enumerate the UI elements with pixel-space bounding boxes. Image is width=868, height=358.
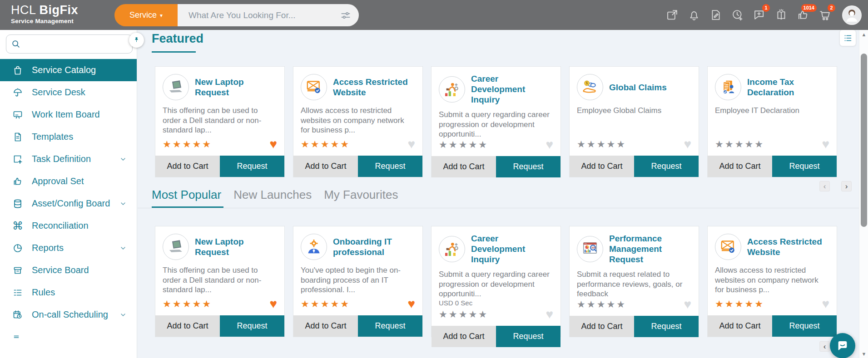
cart-icon[interactable]: 2 <box>818 9 831 21</box>
card-title[interactable]: Global Claims <box>609 82 667 93</box>
svg-text:$: $ <box>586 81 588 86</box>
card-title[interactable]: Access Restricted Website <box>747 236 829 257</box>
user-avatar[interactable] <box>842 5 862 25</box>
card-title[interactable]: Access Restricted Website <box>333 77 415 98</box>
sidebar-pin-button[interactable] <box>129 33 144 48</box>
star-rating[interactable]: ★★★★★ <box>163 139 212 150</box>
top-icon-group: 1 1014 2 <box>666 0 862 30</box>
scrollbar-down-arrow[interactable]: ▼ <box>859 351 868 357</box>
add-to-cart-button[interactable]: Add to Cart <box>155 315 220 337</box>
card-title[interactable]: Career Development Inquiry <box>471 233 553 265</box>
external-link-icon[interactable] <box>666 9 679 21</box>
card-performance-management-request: KPI Performance Management Request Submi… <box>569 226 699 337</box>
favorite-heart-icon[interactable]: ♥ <box>546 309 553 319</box>
star-rating[interactable]: ★★★★★ <box>301 139 350 150</box>
favorite-heart-icon[interactable]: ♥ <box>407 139 415 149</box>
request-button[interactable]: Request <box>772 315 837 337</box>
sidebar-item-service-desk[interactable]: Service Desk <box>0 81 137 103</box>
sidebar-search-input[interactable] <box>21 40 132 48</box>
star-rating[interactable]: ★★★★★ <box>163 299 212 309</box>
add-to-cart-button[interactable]: Add to Cart <box>155 156 220 177</box>
sidebar-item-rules[interactable]: Rules <box>0 281 137 304</box>
tab-new-launches[interactable]: New Launches <box>233 188 312 202</box>
sidebar-item-reconciliation[interactable]: ⌘ Reconciliation <box>0 215 137 237</box>
document-edit-icon[interactable] <box>709 9 722 21</box>
request-button[interactable]: Request <box>358 156 422 177</box>
chat-add-icon[interactable]: 1 <box>753 9 766 21</box>
add-to-cart-button[interactable]: Add to Cart <box>570 316 634 337</box>
brand-logo[interactable]: HCL BigFix Service Management <box>11 4 78 25</box>
favorite-heart-icon[interactable]: ♥ <box>822 139 829 149</box>
star-rating[interactable]: ★★★★★ <box>577 299 626 310</box>
sidebar-item-task-definition[interactable]: Task Definition <box>0 148 137 170</box>
card-onboarding-it-professional: Onboarding IT professional You've opted … <box>293 226 423 337</box>
card-title[interactable]: Onboarding IT professional <box>333 236 415 257</box>
sidebar-item-service-board[interactable]: Service Board <box>0 259 137 281</box>
sidebar-item-asset-config-board[interactable]: Asset/Config Board <box>0 192 137 215</box>
card-title[interactable]: Career Development Inquiry <box>471 74 553 105</box>
knowledge-book-icon[interactable] <box>775 9 788 21</box>
add-to-cart-button[interactable]: Add to Cart <box>293 315 358 337</box>
add-to-cart-button[interactable]: Add to Cart <box>432 326 496 347</box>
sidebar-item-work-item-board[interactable]: Work Item Board <box>0 103 137 126</box>
tab-most-popular[interactable]: Most Popular <box>152 188 221 202</box>
global-search-input[interactable] <box>188 10 340 20</box>
request-button[interactable]: Request <box>358 315 422 337</box>
star-rating[interactable]: ★★★★★ <box>715 139 764 150</box>
star-rating[interactable]: ★★★★★ <box>439 139 488 150</box>
chat-launcher-button[interactable] <box>830 333 855 358</box>
featured-prev-button[interactable]: ‹ <box>819 181 830 191</box>
cart-badge: 2 <box>828 4 835 12</box>
add-to-cart-button[interactable]: Add to Cart <box>708 315 772 337</box>
pie-chart-icon <box>12 243 23 254</box>
page-scrollbar[interactable]: ▲ ▼ <box>859 30 868 358</box>
featured-cards-row: New Laptop Request This offering can be … <box>155 66 837 177</box>
thumbs-up-icon[interactable]: 1014 <box>797 9 809 21</box>
clock-add-icon[interactable] <box>731 9 744 21</box>
favorite-heart-icon[interactable]: ♥ <box>269 139 277 149</box>
favorite-heart-icon[interactable]: ♥ <box>546 140 553 150</box>
card-title[interactable]: New Laptop Request <box>195 77 277 98</box>
sidebar-item-more[interactable] <box>0 326 137 348</box>
star-rating[interactable]: ★★★★★ <box>439 309 488 320</box>
star-rating[interactable]: ★★★★★ <box>301 299 350 309</box>
sidebar-item-templates[interactable]: Templates <box>0 126 137 148</box>
tab-my-favourites[interactable]: My Favourites <box>324 188 398 202</box>
blocked-website-icon <box>715 234 741 260</box>
sidebar-item-on-call-scheduling[interactable]: On-call Scheduling <box>0 304 137 326</box>
add-to-cart-button[interactable]: Add to Cart <box>708 156 772 177</box>
featured-next-button[interactable]: › <box>841 181 852 191</box>
add-to-cart-button[interactable]: Add to Cart <box>293 156 358 177</box>
card-description: Submit a query regarding career progress… <box>439 270 553 299</box>
sidebar-item-reports[interactable]: Reports <box>0 237 137 259</box>
star-rating[interactable]: ★★★★★ <box>715 299 764 309</box>
card-title[interactable]: Performance Management Request <box>609 233 691 265</box>
list-view-toggle-button[interactable] <box>839 29 856 46</box>
favorite-heart-icon[interactable]: ♥ <box>407 299 415 309</box>
request-button[interactable]: Request <box>496 156 560 177</box>
request-button[interactable]: Request <box>634 156 699 177</box>
favorite-heart-icon[interactable]: ♥ <box>684 139 691 149</box>
card-title[interactable]: New Laptop Request <box>195 236 277 257</box>
favorite-heart-icon[interactable]: ♥ <box>269 299 277 309</box>
sidebar-item-service-catalog[interactable]: Service Catalog <box>0 59 137 81</box>
card-description: Submit a query regarding career progress… <box>439 110 553 139</box>
add-to-cart-button[interactable]: Add to Cart <box>432 156 496 177</box>
scrollbar-up-arrow[interactable]: ▲ <box>859 32 868 37</box>
request-button[interactable]: Request <box>220 315 284 337</box>
sidebar-item-approval-set[interactable]: Approval Set <box>0 170 137 192</box>
service-scope-dropdown[interactable]: Service ▾ <box>114 4 178 26</box>
request-button[interactable]: Request <box>220 156 284 177</box>
star-rating[interactable]: ★★★★★ <box>577 139 626 150</box>
request-button[interactable]: Request <box>634 316 699 337</box>
bell-icon[interactable] <box>688 9 700 21</box>
popular-prev-button[interactable]: ‹ <box>819 341 830 352</box>
search-filter-icon[interactable] <box>340 10 352 21</box>
add-to-cart-button[interactable]: Add to Cart <box>570 156 634 177</box>
request-button[interactable]: Request <box>772 156 837 177</box>
scrollbar-thumb[interactable] <box>861 54 867 227</box>
request-button[interactable]: Request <box>496 326 560 347</box>
card-title[interactable]: Income Tax Declaration <box>747 77 829 98</box>
favorite-heart-icon[interactable]: ♥ <box>822 299 829 309</box>
favorite-heart-icon[interactable]: ♥ <box>684 299 691 309</box>
